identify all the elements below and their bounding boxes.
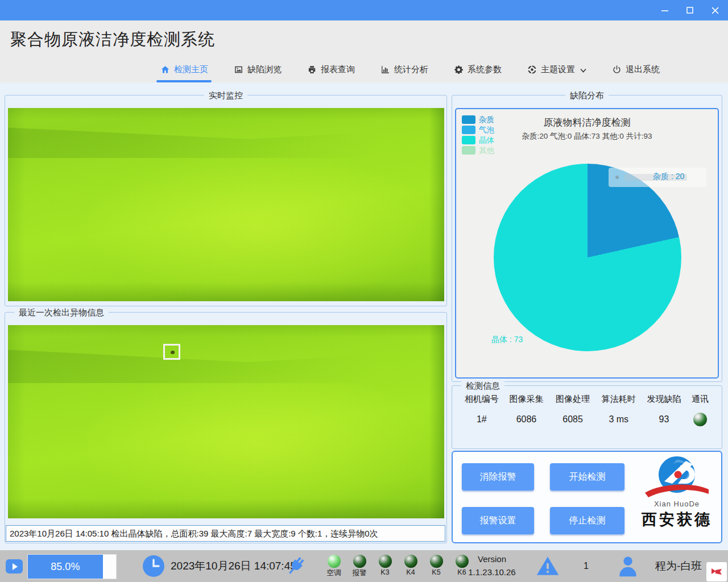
control-panel: 消除报警 开始检测 报警设置 停止检测 Xian HuoDe 西安获德 <box>452 451 722 543</box>
chevron-down-icon <box>580 65 586 74</box>
logo-zh-text: 西安获德 <box>634 509 720 530</box>
led-k3: K3 <box>377 554 393 578</box>
app-title: 聚合物原液洁净度检测系统 <box>10 28 215 51</box>
led-k4: K4 <box>403 554 419 578</box>
tab-exit-system[interactable]: 退出系统 <box>610 57 661 82</box>
flag-icon <box>711 567 722 577</box>
version-info: Version 1.1.23.10.26 <box>461 554 523 577</box>
col-header: 算法耗时 <box>596 394 642 405</box>
user-icon[interactable] <box>615 554 640 581</box>
col-header: 图像采集 <box>503 394 550 405</box>
recent-defect-image <box>8 325 444 518</box>
chart-title: 原液物料洁净度检测 <box>456 116 718 129</box>
image-icon <box>233 65 243 75</box>
pie-label-crystal: 晶体 : 73 <box>491 335 523 345</box>
comm-led <box>686 413 714 426</box>
progress-text: 85.0% <box>51 561 80 573</box>
detection-info-panel: 检测信息 相机编号 图像采集 图像处理 算法耗时 发现缺陷 通讯 1# 6086… <box>452 385 722 449</box>
pie-label-impurity: 杂质 : 20 <box>653 172 684 182</box>
printer-icon <box>307 65 317 75</box>
led-aircon: 空调 <box>326 554 342 578</box>
col-header: 图像处理 <box>549 394 596 405</box>
tab-statistics[interactable]: 统计分析 <box>379 57 429 82</box>
tab-report-query[interactable]: 报表查询 <box>305 57 356 82</box>
defects-found-value: 93 <box>642 414 687 425</box>
defect-distribution-title: 缺陷分布 <box>565 90 609 100</box>
title-bar <box>0 0 728 20</box>
warning-icon[interactable] <box>536 554 560 580</box>
led-k5: K5 <box>428 554 444 578</box>
plug-icon[interactable] <box>284 555 307 580</box>
recent-defect-title: 最近一次检出异物信息 <box>14 307 109 317</box>
detection-info-table: 相机编号 图像采集 图像处理 算法耗时 发现缺陷 通讯 1# 6086 6085… <box>458 394 716 426</box>
tab-theme-settings[interactable]: 主题设置 <box>526 57 588 82</box>
defect-dot <box>171 351 175 354</box>
logo-en-text: Xian HuoDe <box>634 500 720 508</box>
progress-bar: 85.0% <box>27 554 117 579</box>
tab-system-params[interactable]: 系统参数 <box>452 57 503 82</box>
images-acquired-value: 6086 <box>503 414 550 425</box>
flag-tile[interactable] <box>706 562 727 581</box>
col-header: 相机编号 <box>460 394 503 405</box>
clear-alarm-button[interactable]: 消除报警 <box>462 463 534 490</box>
status-bar: 85.0% 2023年10月26日 14:07:45 空调 报警 K3 K4 K… <box>0 550 728 582</box>
home-icon <box>160 65 170 75</box>
play-button[interactable] <box>6 559 23 573</box>
app-header: 聚合物原液洁净度检测系统 <box>0 20 728 57</box>
operator-name: 程为-白班 <box>655 550 702 582</box>
chart-subtitle: 杂质:20 气泡:0 晶体:73 其他:0 共计:93 <box>456 131 718 142</box>
detection-message-bar: 2023年10月26日 14:05:10 检出晶体缺陷，总面积:39 最大高度:… <box>6 525 445 542</box>
power-icon <box>611 65 622 75</box>
legend-swatch <box>462 146 475 155</box>
detection-info-title: 检测信息 <box>461 381 504 390</box>
defect-marker <box>163 344 180 360</box>
maximize-button[interactable] <box>681 2 698 18</box>
algo-time-value: 3 ms <box>596 414 642 425</box>
bar-chart-icon <box>380 65 390 75</box>
progress-fill: 85.0% <box>28 555 103 579</box>
main-nav: 检测主页 缺陷浏览 报表查询 统计分析 系统参数 主题设置 退出系统 <box>0 57 728 82</box>
live-monitor-title: 实时监控 <box>204 90 247 100</box>
images-processed-value: 6085 <box>549 414 596 425</box>
minimize-button[interactable] <box>656 2 673 18</box>
clock-icon[interactable] <box>142 555 165 580</box>
theme-icon <box>527 65 537 75</box>
company-logo: Xian HuoDe 西安获德 <box>634 455 720 542</box>
close-button[interactable] <box>706 2 723 18</box>
led-alarm: 报警 <box>351 554 367 578</box>
tab-home[interactable]: 检测主页 <box>159 57 209 82</box>
logo-mark-icon <box>643 455 711 500</box>
start-detection-button[interactable]: 开始检测 <box>550 463 624 490</box>
datetime-text: 2023年10月26日 14:07:45 <box>171 550 296 582</box>
defect-pie[interactable] <box>494 164 681 351</box>
alarm-count: 1 <box>584 550 589 582</box>
col-header: 通讯 <box>686 394 714 405</box>
legend-item-other[interactable]: 其他 <box>462 146 494 155</box>
tab-defect-browse[interactable]: 缺陷浏览 <box>232 57 283 82</box>
defect-chart-panel: 杂质 气泡 晶体 其他 原液物料洁净度检测 杂质:20 气泡:0 晶体:73 其… <box>455 108 719 379</box>
live-camera-image <box>8 108 444 301</box>
gear-icon <box>453 65 464 75</box>
alarm-settings-button[interactable]: 报警设置 <box>462 507 534 534</box>
col-header: 发现缺陷 <box>642 394 687 405</box>
stop-detection-button[interactable]: 停止检测 <box>550 507 624 534</box>
camera-id-value: 1# <box>460 414 503 425</box>
status-led-group: 空调 报警 K3 K4 K5 K6 <box>326 554 470 578</box>
